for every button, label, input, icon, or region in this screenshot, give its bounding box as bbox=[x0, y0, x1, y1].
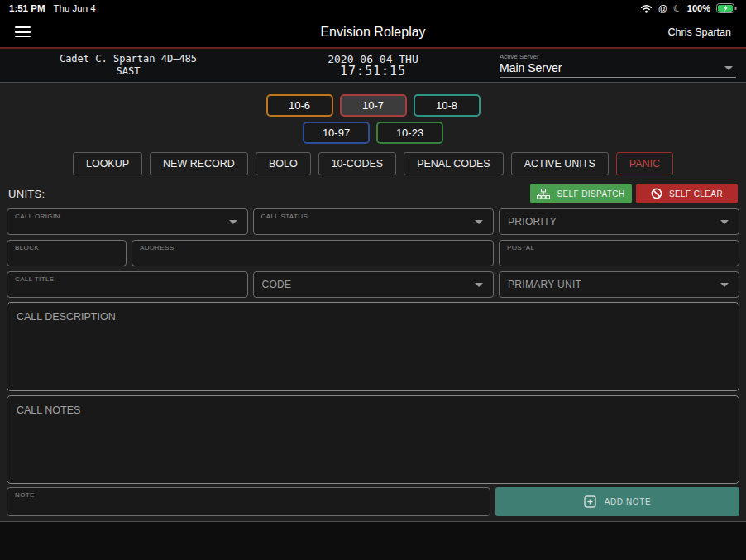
chevron-down-icon bbox=[229, 220, 237, 224]
bolo-button[interactable]: BOLO bbox=[256, 152, 311, 175]
code-select[interactable]: CODE bbox=[253, 271, 495, 298]
status-bar-left: 1:51 PM Thu Jun 4 bbox=[9, 3, 96, 13]
officer-department: SAST bbox=[0, 65, 256, 78]
hotspot-at-icon: @ bbox=[658, 3, 667, 13]
chevron-down-icon bbox=[475, 283, 483, 287]
chevron-down-icon bbox=[724, 66, 733, 70]
ten-codes-button[interactable]: 10-CODES bbox=[318, 152, 397, 175]
active-units-button[interactable]: ACTIVE UNITS bbox=[511, 152, 609, 175]
dispatch-panel: 10-6 10-7 10-8 10-97 10-23 LOOKUP NEW RE… bbox=[0, 83, 746, 522]
call-status-select[interactable]: CALL STATUS bbox=[253, 208, 495, 235]
panic-button[interactable]: PANIC bbox=[616, 152, 673, 175]
officer-callsign: Cadet C. Spartan 4D–485 bbox=[0, 53, 256, 65]
status-10-8-button[interactable]: 10-8 bbox=[414, 94, 481, 117]
chevron-down-icon bbox=[475, 220, 483, 224]
chevron-down-icon bbox=[720, 283, 729, 287]
status-bar-right: @ ☾ 100% bbox=[640, 3, 737, 14]
status-10-97-button[interactable]: 10-97 bbox=[303, 122, 370, 144]
block-input[interactable] bbox=[7, 241, 126, 266]
wifi-icon bbox=[640, 4, 653, 13]
note-field[interactable]: NOTE bbox=[7, 487, 490, 516]
chevron-down-icon bbox=[720, 220, 729, 224]
add-note-button[interactable]: ADD NOTE bbox=[495, 487, 739, 516]
priority-select[interactable]: PRIORITY bbox=[499, 208, 739, 235]
address-input[interactable] bbox=[132, 241, 493, 266]
address-field[interactable]: ADDRESS bbox=[132, 240, 494, 266]
new-record-button[interactable]: NEW RECORD bbox=[150, 152, 248, 175]
active-server-label: Active Server bbox=[500, 53, 736, 60]
code-placeholder: CODE bbox=[262, 279, 292, 290]
note-input[interactable] bbox=[7, 488, 490, 515]
officer-identity: Cadet C. Spartan 4D–485 SAST bbox=[0, 53, 256, 78]
self-dispatch-button[interactable]: SELF DISPATCH bbox=[530, 184, 632, 203]
game-time: 17:51:15 bbox=[256, 65, 490, 78]
call-title-input[interactable] bbox=[7, 272, 247, 297]
app-title: Envision Roleplay bbox=[0, 25, 746, 40]
primary-unit-select[interactable]: PRIMARY UNIT bbox=[499, 271, 739, 298]
penal-codes-button[interactable]: PENAL CODES bbox=[404, 152, 503, 175]
call-notes-field bbox=[7, 395, 739, 484]
battery-percent: 100% bbox=[687, 3, 710, 13]
app-nav-bar: Envision Roleplay Chris Spartan bbox=[0, 17, 746, 47]
status-10-23-button[interactable]: 10-23 bbox=[376, 122, 443, 144]
primary-unit-placeholder: PRIMARY UNIT bbox=[508, 279, 581, 290]
call-origin-label: CALL ORIGIN bbox=[15, 213, 60, 220]
call-description-field bbox=[7, 302, 739, 391]
units-bar: UNITS: SELF DISPATCH SELF CLEAR bbox=[7, 184, 739, 203]
priority-placeholder: PRIORITY bbox=[508, 216, 557, 227]
lookup-button[interactable]: LOOKUP bbox=[73, 152, 142, 175]
ios-status-bar: 1:51 PM Thu Jun 4 @ ☾ 100% bbox=[0, 0, 746, 17]
call-title-field[interactable]: CALL TITLE bbox=[7, 271, 248, 298]
hamburger-menu-icon[interactable] bbox=[15, 24, 31, 41]
units-label: UNITS: bbox=[8, 188, 45, 200]
status-10-7-button[interactable]: 10-7 bbox=[340, 94, 407, 117]
call-origin-select[interactable]: CALL ORIGIN bbox=[7, 208, 248, 235]
add-note-label: ADD NOTE bbox=[605, 497, 651, 506]
logged-in-user: Chris Spartan bbox=[668, 26, 731, 38]
active-server-select[interactable]: Active Server Main Server bbox=[500, 53, 736, 78]
game-clock: 2020-06-04 THU 17:51:15 bbox=[256, 53, 490, 78]
form-row-origin: CALL ORIGIN CALL STATUS PRIORITY bbox=[7, 208, 739, 235]
note-row: NOTE ADD NOTE bbox=[7, 487, 739, 516]
no-entry-icon bbox=[651, 188, 662, 199]
call-description-textarea[interactable] bbox=[7, 303, 739, 390]
postal-input[interactable] bbox=[500, 241, 739, 266]
self-clear-label: SELF CLEAR bbox=[669, 189, 723, 199]
sitemap-icon bbox=[537, 189, 550, 199]
clock-time: 1:51 PM bbox=[9, 3, 45, 13]
self-clear-button[interactable]: SELF CLEAR bbox=[636, 184, 738, 203]
action-button-row: LOOKUP NEW RECORD BOLO 10-CODES PENAL CO… bbox=[7, 152, 739, 175]
status-code-row-1: 10-6 10-7 10-8 bbox=[7, 94, 739, 117]
postal-field[interactable]: POSTAL bbox=[499, 240, 739, 266]
form-row-location: BLOCK ADDRESS POSTAL bbox=[7, 240, 739, 266]
clock-date: Thu Jun 4 bbox=[53, 3, 95, 13]
call-notes-textarea[interactable] bbox=[7, 396, 739, 483]
add-box-icon bbox=[584, 495, 596, 508]
block-field[interactable]: BLOCK bbox=[7, 240, 127, 266]
self-dispatch-label: SELF DISPATCH bbox=[557, 189, 624, 199]
status-10-6-button[interactable]: 10-6 bbox=[266, 94, 333, 117]
battery-charging-icon bbox=[716, 3, 737, 13]
form-row-title: CALL TITLE CODE PRIMARY UNIT bbox=[7, 271, 739, 298]
active-server-value: Main Server bbox=[500, 61, 562, 74]
call-status-label: CALL STATUS bbox=[261, 213, 308, 220]
do-not-disturb-icon: ☾ bbox=[672, 2, 683, 15]
info-bar: Cadet C. Spartan 4D–485 SAST 2020-06-04 … bbox=[0, 49, 746, 83]
status-code-row-2: 10-97 10-23 bbox=[7, 122, 739, 144]
